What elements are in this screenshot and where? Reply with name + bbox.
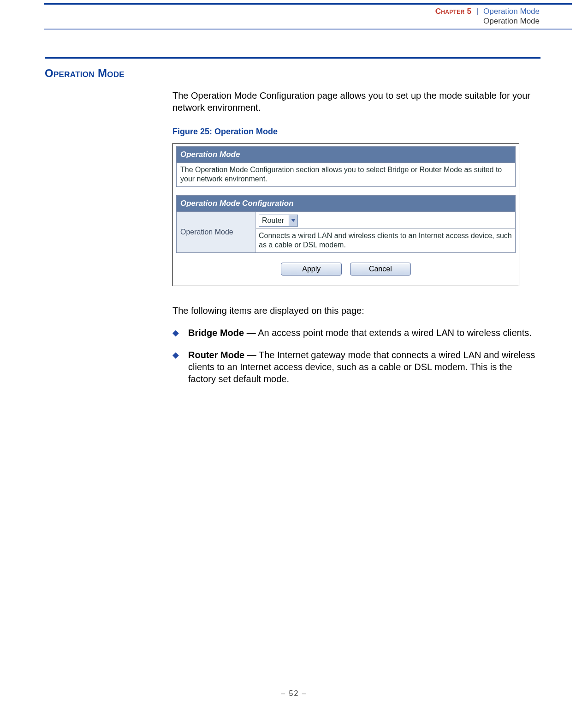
chapter-separator: | <box>474 7 481 16</box>
header-subtitle: Operation Mode <box>435 16 540 26</box>
chevron-down-icon <box>289 215 297 226</box>
list-item-term: Bridge Mode <box>188 328 244 338</box>
panel-config-head: Operation Mode Configuration <box>177 196 515 212</box>
panel-operation-mode-head: Operation Mode <box>177 147 515 163</box>
chapter-label: Chapter 5 <box>435 7 472 16</box>
section-top-rule <box>45 57 540 59</box>
panel-operation-mode: Operation Mode The Operation Mode Config… <box>176 146 516 187</box>
intro-paragraph: The Operation Mode Configuration page al… <box>172 90 540 114</box>
cancel-button[interactable]: Cancel <box>350 263 411 276</box>
panel-operation-mode-config: Operation Mode Configuration Operation M… <box>176 195 516 253</box>
diamond-bullet-icon: ◆ <box>172 349 188 385</box>
list-item: ◆ Bridge Mode — An access point mode tha… <box>172 327 540 339</box>
page-header: Chapter 5 | Operation Mode Operation Mod… <box>435 6 540 26</box>
diamond-bullet-icon: ◆ <box>172 327 188 339</box>
operation-mode-select-value: Router <box>259 215 289 227</box>
operation-mode-select[interactable]: Router <box>259 215 298 227</box>
list-item-desc: — An access point mode that extends a wi… <box>244 328 532 338</box>
header-top-rule <box>44 3 572 5</box>
panel-operation-mode-desc: The Operation Mode Configuration section… <box>177 163 515 186</box>
list-item: ◆ Router Mode — The Internet gateway mod… <box>172 349 540 385</box>
post-figure-intro: The following items are displayed on thi… <box>172 305 540 317</box>
page-number: – 52 – <box>0 689 588 698</box>
header-bottom-rule <box>44 29 572 30</box>
chapter-title: Operation Mode <box>483 7 540 16</box>
config-field-desc: Connects a wired LAN and wireless client… <box>256 229 515 252</box>
figure-screenshot: Operation Mode The Operation Mode Config… <box>172 143 519 286</box>
config-field-label: Operation Mode <box>177 212 256 252</box>
svg-marker-0 <box>291 219 296 222</box>
list-item-term: Router Mode <box>188 350 244 360</box>
figure-caption: Figure 25: Operation Mode <box>172 126 540 138</box>
section-title: Operation Mode <box>45 67 125 80</box>
apply-button[interactable]: Apply <box>281 263 342 276</box>
